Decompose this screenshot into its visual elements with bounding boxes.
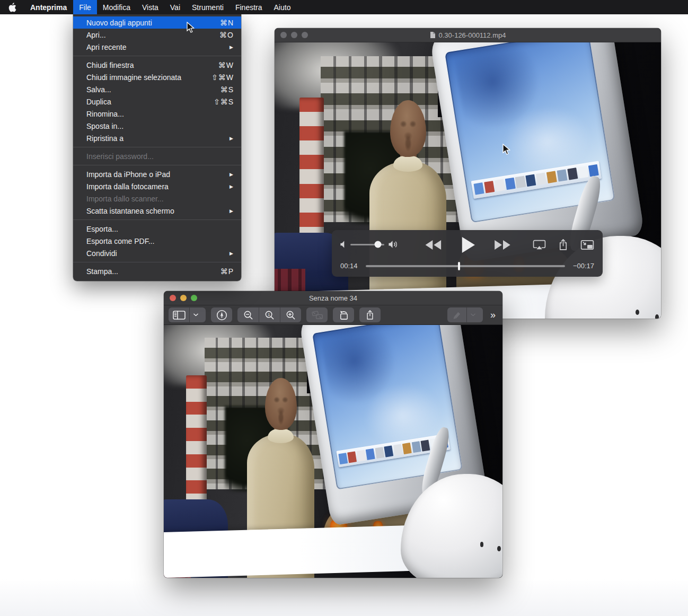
preview-image-canvas[interactable] [164,325,502,578]
zoom-button[interactable] [191,295,197,301]
rewind-button[interactable] [423,239,443,251]
playhead[interactable] [458,262,460,270]
menubar-item-vista[interactable]: Vista [136,0,164,14]
actual-size-button[interactable]: 1 [259,307,280,322]
preview-still-image [164,325,502,578]
menubar-items: AnteprimaFileModificaVistaVaiStrumentiFi… [24,0,296,14]
menu-item[interactable]: Scatta istantanea schermo▶ [73,205,241,217]
volume-control [340,240,399,249]
menu-item-label: Esporta come PDF... [86,237,234,245]
scene-man-collar [268,429,294,443]
chevron-down-icon[interactable] [466,307,479,322]
menu-item[interactable]: Stampa...⌘P [73,265,241,277]
dock-icon [588,164,599,177]
video-frame[interactable]: 00:14 −00:17 [275,42,661,319]
dock-icon [393,444,403,455]
menu-item[interactable]: Chiudi finestra⌘W [73,59,241,71]
menu-item-shortcut: ⇧⌘S [214,98,234,106]
minimize-button[interactable] [291,32,297,38]
menu-item[interactable]: Ripristina a▶ [73,132,241,144]
menu-item-shortcut: ⇧⌘W [211,73,234,82]
view-options-button[interactable] [169,307,206,322]
zoom-button-group: 1 [237,307,301,322]
zoom-out-icon [243,310,253,320]
zoom-in-button[interactable] [280,307,301,322]
menu-item[interactable]: Condividi▶ [73,247,241,259]
zoom-button[interactable] [302,32,308,38]
remaining-time: −00:17 [573,262,594,270]
picture-in-picture-button[interactable] [580,240,594,250]
video-window-titlebar[interactable]: 0.30-126-000112.mp4 [275,28,661,42]
timeline-row: 00:14 −00:17 [340,262,594,270]
player-controls: 00:14 −00:17 [332,230,603,277]
video-window-title: 0.30-126-000112.mp4 [430,31,506,39]
minimize-button[interactable] [180,295,187,301]
menubar-item-vai[interactable]: Vai [164,0,186,14]
close-button[interactable] [170,295,176,301]
menu-item[interactable]: Nuovo dagli appunti⌘N [73,16,241,29]
menubar-item-file[interactable]: File [73,0,97,14]
dome-port-dot [655,314,659,319]
menubar-item-strumenti[interactable]: Strumenti [186,0,230,14]
chevron-down-icon[interactable] [189,307,201,322]
volume-high-icon[interactable] [388,240,399,249]
menu-item[interactable]: Sposta in... [73,120,241,132]
menubar-item-aiuto[interactable]: Aiuto [268,0,297,14]
volume-low-icon[interactable] [340,240,347,249]
menu-item[interactable]: Esporta come PDF... [73,235,241,247]
menu-item-label: Scatta istantanea schermo [86,207,230,215]
submenu-arrow-icon: ▶ [230,172,233,177]
menu-item-label: Chiudi finestra [86,61,218,69]
menu-item[interactable]: Apri...⌘O [73,29,241,41]
dock-icon [526,174,536,187]
dock-icon [348,451,357,462]
menu-item[interactable]: Salva...⌘S [73,83,241,95]
timeline-scrubber[interactable] [366,265,565,267]
menubar-item-modifica[interactable]: Modifica [97,0,136,14]
menu-item[interactable]: Duplica⇧⌘S [73,95,241,108]
menubar: AnteprimaFileModificaVistaVaiStrumentiFi… [0,0,688,14]
share-button[interactable] [359,307,381,322]
scene-stack [186,375,207,507]
dock-icon [495,179,505,192]
preview-window-traffic-lights [170,291,197,305]
svg-text:1: 1 [268,312,270,317]
dock-icon [484,181,495,193]
close-button[interactable] [280,32,287,38]
menu-item-label: Importa dallo scanner... [86,195,234,203]
video-share-button[interactable] [558,239,568,251]
dock-icon [421,439,430,451]
preview-window-titlebar[interactable]: Senza nome 34 [164,291,502,305]
menubar-item-anteprima[interactable]: Anteprima [24,0,73,14]
apple-menu[interactable] [0,0,24,14]
share-icon [366,310,374,320]
menu-item[interactable]: Importa da iPhone o iPad▶ [73,168,241,180]
dock-icon [578,166,588,179]
overflow-button[interactable]: » [488,307,498,322]
menu-item: Inserisci password... [73,150,241,162]
mouse-cursor [187,22,196,33]
airplay-button[interactable] [533,240,546,250]
sidebar-panel-icon [173,311,186,320]
menu-item[interactable]: Rinomina... [73,108,241,120]
play-button[interactable] [461,236,476,254]
volume-slider[interactable] [350,244,384,245]
volume-knob[interactable] [374,241,381,248]
rotate-left-button[interactable] [333,307,354,322]
menu-item-label: Ripristina a [86,134,230,143]
menu-item[interactable]: Esporta... [73,223,241,235]
menu-item-shortcut: ⌘S [220,85,234,94]
menu-item[interactable]: Chiudi immagine selezionata⇧⌘W [73,71,241,83]
menu-item-label: Importa da iPhone o iPad [86,170,230,179]
menu-item[interactable]: Importa dalla fotocamera▶ [73,180,241,192]
menu-item-label: Apri recente [86,43,230,51]
menu-item[interactable]: Apri recente▶ [73,41,241,53]
menu-item-label: Sposta in... [86,122,234,130]
video-filename: 0.30-126-000112.mp4 [439,31,506,39]
menu-item-label: Chiudi immagine selezionata [86,73,211,82]
zoom-out-button[interactable] [237,307,259,322]
menubar-item-finestra[interactable]: Finestra [230,0,268,14]
markup-toolbar-button[interactable] [211,307,232,322]
fast-forward-button[interactable] [493,239,513,251]
scene-man-head [265,378,297,430]
